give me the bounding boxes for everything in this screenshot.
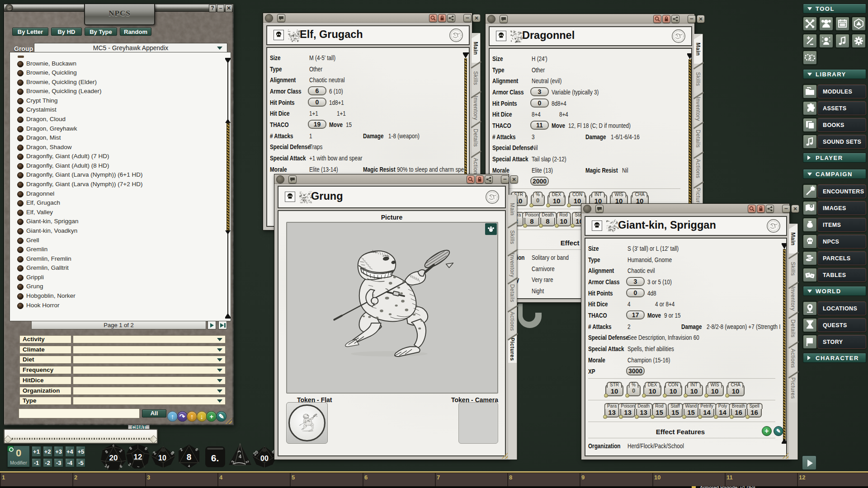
svg-text:8: 8: [187, 452, 192, 462]
svg-text:~: ~: [137, 465, 139, 469]
svg-text:00: 00: [260, 455, 269, 462]
svg-text:4: 4: [239, 454, 242, 459]
svg-text:6.: 6.: [211, 453, 219, 463]
svg-text:4: 4: [188, 464, 190, 468]
svg-text:20: 20: [109, 454, 118, 462]
svg-text:12: 12: [134, 453, 142, 461]
svg-text:10: 10: [158, 454, 166, 462]
svg-text:c: c: [113, 443, 115, 447]
